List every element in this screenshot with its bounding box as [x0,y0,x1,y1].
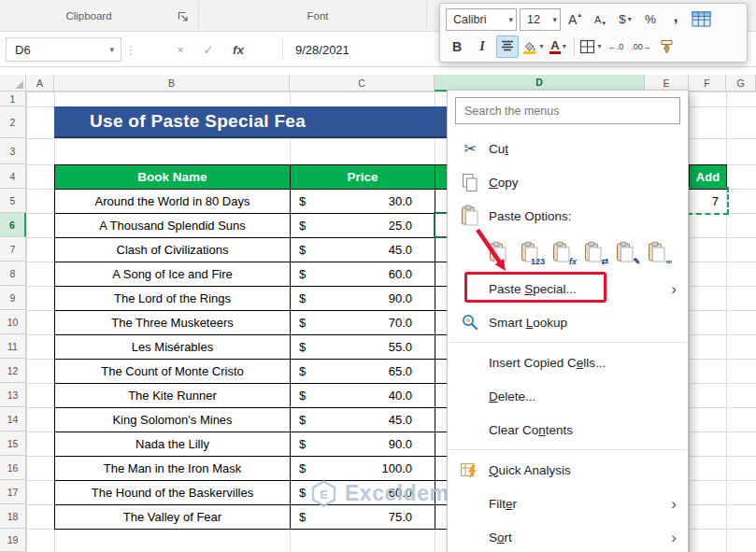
format-painter-icon[interactable] [655,35,678,58]
price-cell[interactable]: $55.0 [291,335,435,360]
price-cell[interactable]: $70.0 [291,311,435,335]
price-cell[interactable]: $45.0 [291,408,435,432]
book-name-cell[interactable]: The Kite Runner [55,384,291,408]
price-cell[interactable]: $65.0 [291,360,435,384]
column-header-B[interactable]: B [54,75,290,92]
increase-font-size-button[interactable]: A▴ [563,8,586,31]
menu-item-filter[interactable]: Filter› [448,487,688,520]
book-name-cell[interactable]: King Solomon's Mines [55,408,291,432]
row-header-3[interactable]: 3 [0,138,26,164]
menu-item-cut[interactable]: ✂Cut [448,132,688,165]
book-name-cell[interactable]: A Song of Ice and Fire [55,262,291,287]
increase-decimal-button[interactable]: ←.0 [605,35,627,58]
currency-symbol: $ [299,389,306,403]
menu-item-paste-special[interactable]: Paste Special...› [448,272,688,305]
row-header-10[interactable]: 10 [0,310,26,334]
row-header-14[interactable]: 14 [0,407,26,432]
book-name-cell[interactable]: The Lord of the Rings [55,287,291,311]
menu-item-copy[interactable]: Copy [448,165,688,199]
price-cell[interactable]: $60.0 [291,481,435,505]
book-name-cell[interactable]: The Man in the Iron Mask [55,457,291,481]
paste-formatting-icon[interactable]: ✎ [612,239,638,265]
price-cell[interactable]: $75.0 [291,505,435,530]
center-align-button[interactable] [496,35,519,58]
row-header-11[interactable]: 11 [0,334,26,359]
comma-style-button[interactable]: , [664,8,687,31]
column-header-C[interactable]: C [290,75,435,92]
format-as-table-icon[interactable] [690,8,712,31]
price-cell[interactable]: $40.0 [291,384,435,408]
decrease-font-size-button[interactable]: A▾ [589,8,611,31]
font-name-select[interactable]: Calibri ▾ [446,8,517,31]
chevron-down-icon[interactable]: ▾ [563,42,566,50]
menu-item-insert-copied-cells[interactable]: Insert Copied Cells... [448,346,688,379]
price-cell[interactable]: $25.0 [291,214,435,238]
paste-keep-source-formatting-icon[interactable] [485,239,511,265]
chevron-down-icon[interactable]: ▾ [597,42,601,50]
menu-separator [449,449,686,450]
book-name-cell[interactable]: A Thousand Splendid Suns [55,214,291,238]
percent-style-button[interactable]: % [639,8,662,31]
table-header-book-name[interactable]: Book Name [55,165,291,190]
menu-item-sort[interactable]: Sort› [448,520,688,552]
font-size-select[interactable]: 12 ▾ [520,8,561,31]
book-name-cell[interactable]: Les Misérables [55,335,291,360]
row-header-18[interactable]: 18 [0,504,26,529]
row-header-7[interactable]: 7 [0,237,26,262]
book-name-cell[interactable]: The Count of Monte Cristo [55,360,291,384]
bold-button[interactable]: B [446,35,468,58]
book-name-cell[interactable]: Nada the Lilly [55,432,291,457]
row-header-12[interactable]: 12 [0,359,26,383]
book-name-cell[interactable]: The Three Musketeers [55,311,291,335]
column-header-A[interactable]: A [26,75,54,92]
add-header-cell[interactable]: Add [689,164,727,190]
menu-item-paste-options[interactable]: Paste Options: [448,199,688,233]
excel-window: Clipboard Font D6 ▾ ⋮ × ✓ fx 9/28/2021 U… [0,0,756,552]
row-header-1[interactable]: 1 [0,92,26,106]
paste-values-icon[interactable]: 123 [517,239,543,265]
table-header-price[interactable]: Price [291,165,435,190]
price-cell[interactable]: $45.0 [291,238,435,262]
italic-button[interactable]: I [471,35,493,58]
row-header-6[interactable]: 6 [0,213,26,237]
select-all-corner[interactable] [0,75,26,92]
row-header-19[interactable]: 19 [0,529,26,552]
row-header-15[interactable]: 15 [0,432,26,456]
book-name-cell[interactable]: The Valley of Fear [55,505,291,530]
price-cell[interactable]: $100.0 [291,457,435,481]
row-header-9[interactable]: 9 [0,286,26,310]
menu-search-input[interactable] [455,97,680,124]
row-header-13[interactable]: 13 [0,383,26,407]
column-header-F[interactable]: F [689,75,726,92]
price-cell[interactable]: $90.0 [291,287,435,311]
chevron-down-icon[interactable]: ▾ [552,15,557,24]
book-name-cell[interactable]: The Hound of the Baskervilles [55,481,291,505]
menu-item-clear-contents[interactable]: Clear Contents [448,413,688,446]
paste-transpose-icon[interactable]: ⇄ [580,239,606,265]
price-cell[interactable]: $90.0 [291,432,435,457]
row-header-2[interactable]: 2 [0,106,26,138]
menu-item-delete[interactable]: Delete... [448,379,688,413]
book-name-cell[interactable]: Clash of Civilizations [55,238,291,262]
fill-color-button[interactable]: ▾ [521,35,544,58]
price-cell[interactable]: $60.0 [291,262,435,287]
row-header-16[interactable]: 16 [0,456,26,480]
book-name-cell[interactable]: Around the World in 80 Days [55,190,291,214]
paste-link-icon[interactable]: ∞ [644,239,670,265]
row-header-17[interactable]: 17 [0,480,26,504]
chevron-down-icon[interactable]: ▾ [628,15,632,23]
row-header-5[interactable]: 5 [0,189,26,213]
font-color-button[interactable]: A ▾ [547,35,569,58]
column-header-G[interactable]: G [726,75,756,92]
row-header-4[interactable]: 4 [0,164,26,189]
decrease-decimal-button[interactable]: .00→ [630,35,652,58]
price-cell[interactable]: $30.0 [291,190,435,214]
chevron-down-icon[interactable]: ▾ [539,42,543,50]
row-header-8[interactable]: 8 [0,262,26,286]
borders-button[interactable]: ▾ [579,35,602,58]
menu-item-smart-lookup[interactable]: Smart Lookup [448,305,688,339]
paste-formulas-icon[interactable]: fx [549,239,575,265]
menu-item-quick-analysis[interactable]: Quick Analysis [448,453,688,487]
chevron-down-icon[interactable]: ▾ [508,15,513,24]
accounting-format-button[interactable]: $▾ [614,8,636,31]
